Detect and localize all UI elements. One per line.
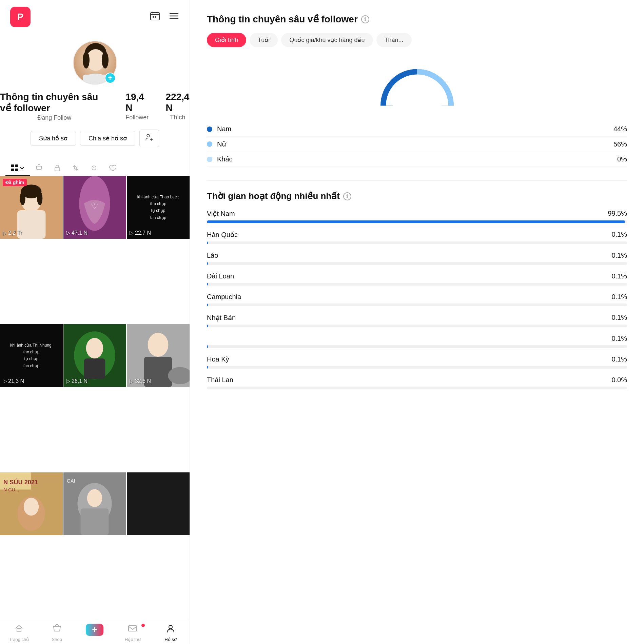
follower-info-icon[interactable]: ℹ: [361, 15, 369, 23]
svg-rect-54: [127, 472, 190, 535]
svg-point-28: [21, 184, 42, 198]
video-stats-2: ▷ 47,1 N: [66, 230, 87, 236]
video-cell-3[interactable]: khi ảnh của Thao Lee :thợ chụptự chụpfan…: [127, 176, 190, 239]
video-cell-4[interactable]: khi ảnh của Thị Nhung:thợ chụptự chụpfan…: [0, 324, 63, 387]
bar-fill-us: [207, 366, 208, 369]
svg-point-37: [86, 338, 103, 358]
profile-nav-icon: [166, 624, 175, 636]
video-cell-7[interactable]: N SÚU 2021 N CU...: [0, 472, 63, 535]
nav-home[interactable]: Trang chủ: [0, 624, 38, 642]
video-stats-5: ▷ 26,1 N: [66, 378, 87, 384]
edit-profile-button[interactable]: Sửa hồ sơ: [31, 131, 76, 146]
filter-country[interactable]: Quốc gia/khu vực hàng đầu: [281, 33, 373, 47]
action-buttons: Sửa hồ sơ Chia sẻ hồ sơ: [31, 130, 159, 147]
video-cell-1[interactable]: Đã ghim ▷ 2,2 Tr: [0, 176, 63, 239]
tab-grid[interactable]: [5, 161, 30, 176]
other-value: 0%: [617, 155, 627, 163]
video-grid: Đã ghim ▷ 2,2 Tr ♡ ▷: [0, 176, 190, 620]
play-icon-6: ▷: [130, 378, 134, 384]
filter-gender[interactable]: Giới tính: [207, 33, 246, 47]
country-name-lao: Lào: [207, 252, 218, 259]
stats-row: Thông tin chuyên sâu về follower Đang Fo…: [0, 92, 190, 121]
avatar-container: +: [73, 41, 117, 85]
nav-inbox[interactable]: Hộp thư: [114, 624, 152, 642]
follower-info-section: Thông tin chuyên sâu về follower ℹ: [207, 14, 627, 25]
nav-shop[interactable]: Shop: [38, 624, 76, 642]
country-bar-tw: Đài Loan 0.1%: [207, 272, 627, 286]
likes-count: 222,4 N: [165, 92, 190, 113]
top-bar: P: [0, 0, 190, 34]
svg-point-52: [87, 489, 102, 507]
profile-section: + Thông tin chuyên sâu về follower Đang …: [0, 34, 190, 161]
calendar-button[interactable]: [150, 11, 160, 24]
nav-create[interactable]: +: [76, 624, 114, 642]
menu-button[interactable]: [169, 11, 179, 24]
female-label: Nữ: [217, 140, 226, 148]
svg-rect-5: [155, 16, 156, 18]
bar-fill-vn: [207, 220, 625, 223]
svg-rect-4: [153, 16, 154, 18]
country-pct-kh: 0.1%: [611, 293, 627, 301]
shop-icon: [52, 624, 62, 636]
following-stat: Thông tin chuyên sâu về follower Đang Fo…: [0, 92, 109, 121]
country-bar-kr: Hàn Quốc 0.1%: [207, 231, 627, 244]
content-tab-bar: [0, 161, 190, 176]
tab-live[interactable]: [85, 161, 103, 176]
left-panel: P: [0, 0, 190, 644]
likes-label: Thích: [170, 114, 185, 121]
following-label: Đang Follow: [37, 114, 71, 121]
play-icon-4: ▷: [3, 378, 7, 384]
svg-point-13: [102, 52, 109, 69]
tab-shop[interactable]: [30, 161, 48, 176]
filter-tabs: Giới tính Tuổi Quốc gia/khu vực hàng đầu…: [207, 33, 627, 47]
bar-track-vn: [207, 220, 627, 223]
bar-track-us: [207, 366, 627, 369]
country-pct-vn: 99.5%: [608, 210, 627, 218]
filter-age[interactable]: Tuổi: [250, 33, 278, 47]
legend-other: Khác 0%: [207, 152, 627, 167]
male-label: Nam: [217, 125, 231, 133]
svg-text:♡: ♡: [91, 201, 98, 210]
add-photo-button[interactable]: +: [105, 73, 116, 83]
country-bar-jp: Nhật Bản 0.1%: [207, 314, 627, 327]
svg-point-16: [147, 134, 150, 137]
svg-rect-53: [81, 508, 109, 535]
video-cell-8[interactable]: GAI: [63, 472, 126, 535]
inbox-badge: [141, 624, 145, 627]
bottom-nav: Trang chủ Shop + Hộp thư: [0, 620, 190, 644]
add-friend-button[interactable]: [139, 130, 159, 147]
tab-repost[interactable]: [66, 161, 85, 176]
video-cell-2[interactable]: ♡ ▷ 47,1 N: [63, 176, 126, 239]
country-name-jp: Nhật Bản: [207, 314, 236, 322]
video-cell-6[interactable]: ▷ 32,6 N: [127, 324, 190, 387]
other-label: Khác: [217, 155, 233, 163]
share-profile-button[interactable]: Chia sẻ hồ sơ: [80, 131, 135, 146]
gender-legend: Nam 44% Nữ 56% Khác 0%: [207, 122, 627, 167]
video-cell-5[interactable]: ▷ 26,1 N: [63, 324, 126, 387]
home-icon: [14, 624, 24, 636]
bar-fill-tw: [207, 283, 208, 286]
tab-liked[interactable]: [103, 161, 121, 176]
nav-profile[interactable]: Hồ sơ: [152, 624, 190, 642]
follower-stat: 19,4 N Follower: [125, 92, 149, 121]
create-button[interactable]: +: [86, 624, 103, 636]
follower-label: Follower: [125, 114, 149, 121]
inbox-icon: [128, 624, 137, 636]
activity-section-title: Thời gian hoạt động nhiều nhất ℹ: [207, 191, 627, 201]
video-cell-9[interactable]: [127, 472, 190, 535]
country-bar-th: Thái Lan 0.0%: [207, 376, 627, 389]
bar-track-kh: [207, 304, 627, 306]
filter-city[interactable]: Thàn...: [376, 33, 412, 47]
tab-private[interactable]: [48, 161, 66, 176]
country-name-tw: Đài Loan: [207, 272, 234, 280]
country-bar-us: Hoa Kỳ 0.1%: [207, 355, 627, 369]
country-pct-kr: 0.1%: [611, 231, 627, 239]
follower-count: 19,4 N: [125, 92, 149, 113]
pinned-badge: Đã ghim: [3, 179, 27, 186]
svg-text:GAI: GAI: [67, 478, 75, 484]
video-stats-3: ▷ 22,7 N: [130, 230, 151, 236]
activity-info-icon[interactable]: ℹ: [343, 192, 351, 200]
bar-fill-unk: [207, 345, 208, 348]
legend-male: Nam 44%: [207, 122, 627, 137]
country-bars: Việt Nam 99.5% Hàn Quốc 0.1% Lào 0.1%: [207, 210, 627, 389]
